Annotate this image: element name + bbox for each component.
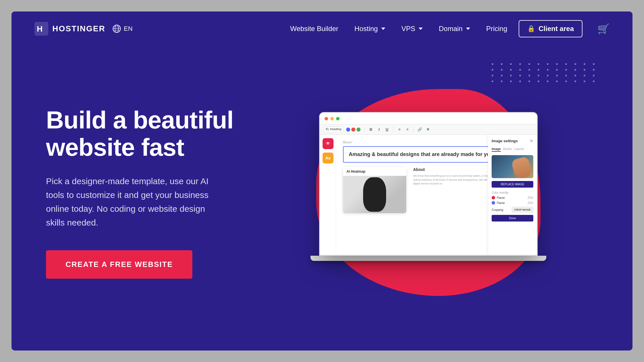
dots-pattern: for(let i=0;i<48;i++) document.write('<d… [492,63,598,82]
underline-button[interactable]: U [384,127,390,132]
nav-links: Website Builder Hosting VPS Domain Prici… [290,25,507,33]
image-thumbnail [492,155,533,178]
toolbar-separator-2 [393,127,393,132]
browser-dot-yellow [330,117,334,120]
color-value-2: 25% [528,201,533,205]
tab-image[interactable]: Image [492,147,501,152]
color-label-1: Flame [497,196,526,199]
toolbar-separator-3 [413,127,414,132]
dot [510,69,512,71]
dot [538,75,539,76]
nav-vps[interactable]: VPS [401,25,423,33]
dot [538,69,539,71]
dot [574,75,576,76]
color-dots [346,128,361,132]
brand-name: HOSTINGER [52,24,105,33]
dot [492,69,493,71]
crop-image-button[interactable]: CROP IMAGE [512,207,533,213]
dot [584,75,585,76]
hosting-chevron-icon [381,28,385,30]
hostinger-logo-icon: H [34,22,48,36]
dot [574,80,576,82]
dot [593,63,595,65]
vps-chevron-icon [419,28,423,30]
logo[interactable]: H HOSTINGER [34,22,105,36]
client-area-button[interactable]: 🔒 Client area [519,20,582,37]
dot [538,80,539,82]
svg-text:H: H [37,24,43,33]
dot [528,69,530,71]
browser-mockup: XL heading B I U ≡ ≡ [319,112,538,273]
hero-left: Build a beautiful website fast Pick a de… [46,106,247,279]
heatmap-panel: AI Heatmap [343,167,406,213]
bold-button[interactable]: B [368,127,374,132]
dot [492,63,493,65]
dot [556,63,558,65]
cart-icon[interactable]: 🛒 [597,23,610,34]
italic-button[interactable]: I [376,127,382,132]
dot [510,80,512,82]
dot [501,69,503,71]
nav-pricing[interactable]: Pricing [486,25,507,33]
language-selector[interactable]: EN [112,24,133,33]
panel-tabs: Image Action Layout [492,147,533,152]
nav-hosting[interactable]: Hosting [354,25,385,33]
dot [547,63,549,65]
heatmap-header: AI Heatmap [343,167,406,176]
browser-chrome [320,113,537,124]
laptop-base [310,256,546,261]
align-center-button[interactable]: ≡ [404,127,411,132]
logo-area: H HOSTINGER EN [34,22,133,36]
navbar: H HOSTINGER EN Website Builder Hosting [12,11,632,46]
nav-right: 🔒 Client area 🛒 [519,20,610,37]
language-label: EN [124,25,133,32]
confirm-button[interactable]: Done [492,215,533,222]
hand-shape [511,156,533,178]
dot [501,80,503,82]
domain-chevron-icon [466,28,470,30]
font-tool[interactable]: Aa [323,153,334,163]
link-button[interactable]: 🔗 [417,127,423,132]
cta-button[interactable]: CREATE A FREE WEBSITE [46,250,192,279]
dot [519,69,521,71]
dot [593,69,595,71]
dot [565,69,567,71]
color-dot-red [492,196,495,199]
image-settings-panel: Image settings ✕ Image Action Layout [488,135,537,255]
nav-website-builder[interactable]: Website Builder [290,25,338,33]
dot [519,63,521,65]
heading-select[interactable]: XL heading [323,126,343,133]
dot [565,63,567,65]
tab-layout[interactable]: Layout [514,147,524,152]
align-button[interactable]: ≡ [396,127,402,132]
editor-main: 👁 Aa Bloom Amazing & beautiful designs t… [320,135,537,255]
editor-toolbar: XL heading B I U ≡ ≡ [320,124,537,135]
browser-window: H HOSTINGER EN Website Builder Hosting [12,11,632,351]
color-dot-blue [346,128,350,132]
face-silhouette [363,177,386,212]
dot [510,75,512,76]
color-overlay-label: Color overlay [492,191,533,194]
cropping-label: Cropping [492,208,503,211]
tab-action[interactable]: Action [503,147,512,152]
replace-image-button[interactable]: REPLACE IMAGE [492,181,533,188]
more-button[interactable]: ✕ [425,127,431,132]
dot [547,69,549,71]
eye-tool[interactable]: 👁 [323,138,334,149]
nav-domain[interactable]: Domain [439,25,470,33]
dot [519,80,521,82]
cropping-row: Cropping CROP IMAGE [492,207,533,213]
dot [528,75,530,76]
globe-icon [112,24,121,33]
dot [556,80,558,82]
dot [574,63,576,65]
dot [492,75,493,76]
dot [501,63,503,65]
heatmap-image [343,176,406,213]
dot [556,69,558,71]
toolbar-separator [365,127,365,132]
dot [593,75,595,76]
panel-close-button[interactable]: ✕ [530,138,533,144]
dot [584,69,585,71]
panel-header: Image settings ✕ [492,138,533,144]
